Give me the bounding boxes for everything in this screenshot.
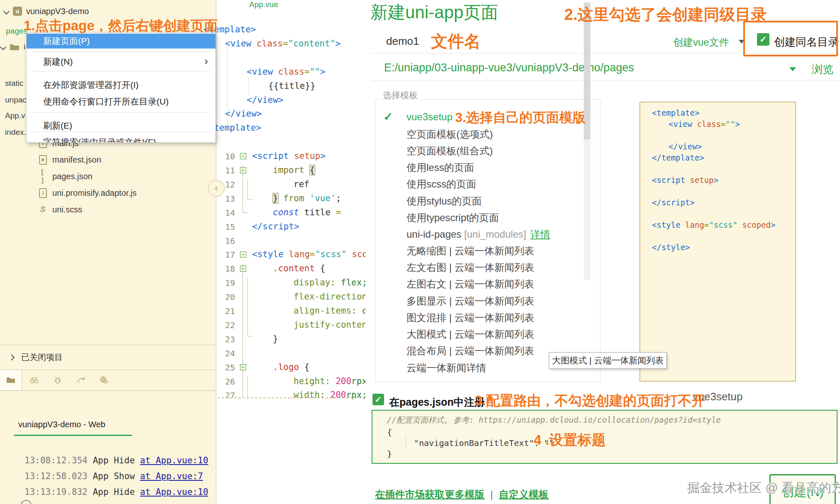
template-item-label[interactable]: 大图模式 | 云端一体新闻列表 <box>407 328 534 341</box>
uniapp-project-icon: u <box>13 7 22 16</box>
chevron-down-icon[interactable] <box>0 44 6 50</box>
template-item-label[interactable]: 左图右文 | 云端一体新闻列表 <box>407 278 534 291</box>
tree-item-appvue[interactable]: App.v <box>5 111 25 120</box>
code-token: = <box>704 220 709 229</box>
code-token: height: <box>294 376 331 386</box>
globe-cloud-icon[interactable] <box>99 375 109 385</box>
code-line-11: 11−import { <box>191 164 365 178</box>
template-item-label[interactable]: vue3setup <box>407 111 453 123</box>
editor-tab-appvue[interactable]: App.vue <box>249 0 278 9</box>
template-item-label[interactable]: 使用typescript的页面 <box>407 211 499 224</box>
code-token: } <box>273 334 278 344</box>
template-item[interactable]: 多图显示 | 云端一体新闻列表 <box>365 295 581 308</box>
register-pages-checkbox[interactable]: ✓ <box>372 394 384 405</box>
fold-icon[interactable]: − <box>240 153 246 159</box>
code-token <box>692 119 697 129</box>
code-token: class <box>257 39 283 49</box>
file-row-uni.scss[interactable]: Suni.scss <box>0 202 216 217</box>
filename-input[interactable]: demo1 <box>386 35 419 48</box>
template-item[interactable]: 使用stylus的页面 <box>365 195 581 208</box>
template-item-label[interactable]: 使用scss的页面 <box>407 178 476 191</box>
code-token: </view> <box>225 109 262 119</box>
template-item-label[interactable]: 无略缩图 | 云端一体新闻列表 <box>407 244 534 258</box>
chevron-right-icon[interactable] <box>8 354 15 361</box>
file-row-pages.json[interactable]: [ ]pages.json <box>0 169 216 183</box>
code-text: } from 'vue'; <box>273 193 341 203</box>
template-item-label[interactable]: 云端一体新闻详情 <box>407 361 486 375</box>
template-item[interactable]: 大图模式 | 云端一体新闻列表 <box>365 328 581 341</box>
code-token: align-items: <box>294 306 357 316</box>
template-item[interactable]: 无略缩图 | 云端一体新闻列表 <box>365 244 581 258</box>
fold-icon[interactable]: − <box>240 265 246 272</box>
template-item-label[interactable]: 使用stylus的页面 <box>407 195 482 208</box>
project-row[interactable]: u vuniappV3-demo <box>4 6 89 17</box>
line-number: 20 <box>223 292 235 302</box>
menu-item[interactable]: 新建(N)› <box>27 54 216 69</box>
code-token: scoped <box>352 249 365 259</box>
code-token: .logo <box>273 362 299 372</box>
template-item[interactable]: 空页面模板(选项式) <box>365 128 581 141</box>
register-pages-label[interactable]: 在pages.json中注册 <box>389 395 485 409</box>
log-timestamp: 13:12:58.023 <box>24 471 93 481</box>
template-item-label[interactable]: 空页面模板(选项式) <box>407 128 493 141</box>
menu-item[interactable]: 使用命令行窗口打开所在目录(U) <box>27 94 216 109</box>
file-row-manifest.json[interactable]: ✱manifest.json <box>0 153 216 167</box>
file-label: pages.json <box>52 172 93 181</box>
tree-item-unpackage[interactable]: unpac <box>5 95 27 105</box>
search-binoculars-icon[interactable] <box>29 375 39 385</box>
template-item-label[interactable]: 使用less的页面 <box>407 161 474 174</box>
template-item[interactable]: uni-id-pages [uni_modules]详情 <box>365 228 581 241</box>
menu-item[interactable]: 刷新(E) <box>27 118 216 133</box>
menu-item[interactable]: 在外部资源管理器打开(I) <box>27 78 216 93</box>
code-token: = <box>304 67 310 77</box>
tree-item-index[interactable]: index. <box>5 128 26 137</box>
fold-guide <box>227 39 228 124</box>
code-text: <view class=""> <box>247 67 326 77</box>
sidebar-collapse-handle[interactable]: ‹ <box>208 180 225 197</box>
code-line-16: 16 <box>191 235 365 248</box>
menu-separator <box>32 52 210 52</box>
project-name[interactable]: vuniappV3-demo <box>26 7 89 16</box>
template-item-label[interactable]: uni-id-pages [uni_modules]详情 <box>407 228 550 241</box>
config-title-line[interactable]: "navigationBarTitleText": "" <box>414 438 554 448</box>
template-item-label[interactable]: 混合布局 | 云端一体新闻列表 <box>407 344 534 358</box>
chevron-down-icon[interactable] <box>789 67 796 71</box>
template-item[interactable]: 使用typescript的页面 <box>365 211 581 224</box>
path-dropdown[interactable]: E:/uniapp/03-uinapp-vue3/vuniappV3-demo/… <box>384 61 634 74</box>
code-token: </script> <box>252 222 299 231</box>
fold-icon[interactable]: − <box>240 251 246 258</box>
template-item[interactable]: 空页面模板(组合式) <box>365 144 581 158</box>
template-item[interactable]: 使用less的页面 <box>365 161 581 174</box>
template-item[interactable]: 左图右文 | 云端一体新闻列表 <box>365 278 581 291</box>
tree-item-folder[interactable]: i <box>1 42 25 51</box>
closed-projects-row[interactable]: 已关闭项目 <box>0 345 216 370</box>
template-item-label[interactable]: 左文右图 | 云端一体新闻列表 <box>407 261 534 274</box>
market-templates-link[interactable]: 在插件市场获取更多模版 <box>375 489 485 500</box>
template-item[interactable]: 使用scss的页面 <box>365 178 581 191</box>
fold-icon[interactable]: − <box>240 364 246 370</box>
tree-item-static[interactable]: static <box>5 79 23 88</box>
tab-project-explorer[interactable] <box>0 370 22 390</box>
code-editor[interactable]: App.vue <template><view class="content">… <box>191 0 365 504</box>
file-row-uni.promisify.adaptor.js[interactable]: Juni.promisify.adaptor.js <box>0 186 216 200</box>
template-item-label[interactable]: 图文混排 | 云端一体新闻列表 <box>407 311 534 324</box>
annotation-step3-route: 3.配置路由，不勾选创建的页面打不开 <box>475 392 705 410</box>
debug-bug-icon[interactable] <box>53 375 63 385</box>
template-item-label[interactable]: 多图显示 | 云端一体新闻列表 <box>407 295 534 308</box>
chevron-down-icon[interactable] <box>3 8 10 15</box>
template-item[interactable]: 左文右图 | 云端一体新闻列表 <box>365 261 581 274</box>
code-token: .content <box>273 263 315 273</box>
template-detail-link[interactable]: 详情 <box>530 229 550 240</box>
template-links-row: 在插件市场获取更多模版|自定义模板 <box>375 488 549 501</box>
console-tab[interactable]: vuniappV3-demo - Web <box>18 420 105 429</box>
custom-template-link[interactable]: 自定义模板 <box>499 489 549 500</box>
run-export-icon[interactable] <box>76 375 86 385</box>
browse-button[interactable]: 浏览 <box>812 62 833 77</box>
menu-item[interactable]: 新建页面(P) <box>27 34 216 49</box>
code-token: "scss" <box>709 220 737 229</box>
template-scrollbar[interactable] <box>584 2 590 280</box>
menu-item[interactable]: 字符搜索(选中目录或文件)(F) <box>27 135 216 143</box>
template-item-label[interactable]: 空页面模板(组合式) <box>407 144 493 158</box>
template-item[interactable]: 图文混排 | 云端一体新闻列表 <box>365 311 581 324</box>
create-type-dropdown[interactable]: 创建vue文件 <box>673 36 729 49</box>
